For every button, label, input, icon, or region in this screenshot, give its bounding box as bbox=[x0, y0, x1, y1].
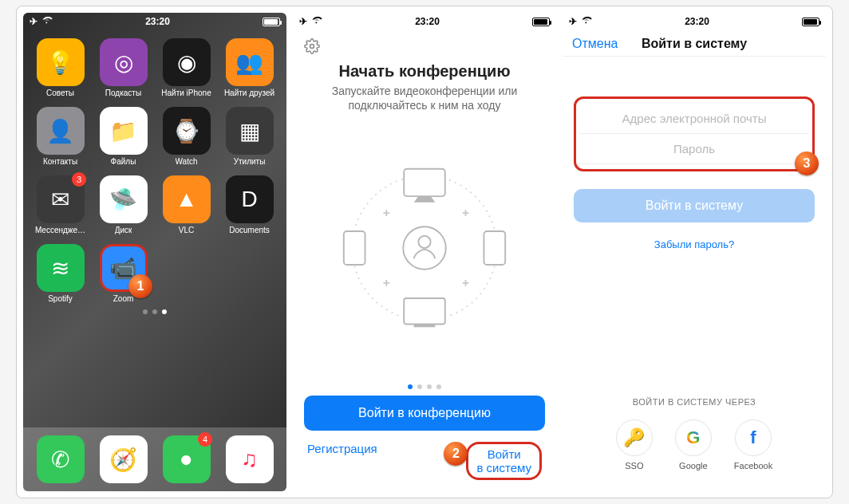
app-диск[interactable]: 🛸Диск bbox=[94, 175, 152, 234]
airplane-icon: ✈︎ bbox=[569, 16, 577, 27]
phone-zoom-login: ✈︎ 23:20 Отмена Войти в систему Адрес эл… bbox=[563, 13, 826, 491]
status-bar: ✈︎ 23:20 bbox=[293, 13, 556, 30]
app-утилиты[interactable]: ▦Утилиты bbox=[220, 107, 278, 166]
app-icon: ♫ bbox=[226, 435, 274, 483]
status-bar: ✈︎ 23:20 bbox=[563, 13, 826, 30]
app-label: Zoom bbox=[113, 294, 134, 303]
app-vlc[interactable]: ▲VLC bbox=[157, 175, 215, 234]
status-time: 23:20 bbox=[145, 16, 170, 27]
app-label: Утилиты bbox=[234, 157, 266, 166]
app-icon: ≋ bbox=[37, 244, 85, 292]
login-navbar: Отмена Войти в систему bbox=[563, 30, 826, 57]
phone-home-screen: ✈︎ 23:20 💡Советы◎Подкасты◉Найти iPhone👥Н… bbox=[23, 13, 286, 491]
app-контакты[interactable]: 👤Контакты bbox=[31, 107, 89, 166]
app-icon: ◎ bbox=[100, 38, 148, 86]
social-label: Google bbox=[679, 461, 707, 471]
app-label: VLC bbox=[179, 226, 194, 234]
social-login-google[interactable]: GGoogle bbox=[675, 419, 712, 471]
svg-rect-3 bbox=[404, 298, 445, 324]
airplane-icon: ✈︎ bbox=[30, 16, 38, 27]
phone-zoom-onboarding: ✈︎ 23:20 Начать конференцию Запускайте в… bbox=[293, 13, 556, 491]
social-login-facebook[interactable]: fFacebook bbox=[734, 419, 772, 471]
forgot-password-link[interactable]: Забыли пароль? bbox=[563, 238, 826, 250]
app-подкасты[interactable]: ◎Подкасты bbox=[94, 38, 152, 97]
status-time: 23:20 bbox=[685, 16, 709, 27]
app-icon: D bbox=[226, 175, 274, 223]
svg-rect-2 bbox=[404, 169, 445, 196]
onboarding-subtitle: Запускайте видеоконференции или подключа… bbox=[293, 81, 556, 119]
app-label: Контакты bbox=[43, 157, 77, 166]
app-icon: 🛸 bbox=[100, 175, 148, 223]
email-field[interactable]: Адрес электронной почты bbox=[579, 104, 809, 134]
social-label: SSO bbox=[625, 461, 643, 471]
login-via-label: ВОЙТИ В СИСТЕМУ ЧЕРЕЗ bbox=[563, 365, 826, 407]
social-label: Facebook bbox=[734, 461, 772, 471]
svg-rect-4 bbox=[414, 325, 436, 328]
dock-app-music[interactable]: ♫ bbox=[220, 435, 278, 483]
app-label: Найти друзей bbox=[224, 89, 274, 97]
settings-gear-icon[interactable] bbox=[304, 43, 320, 57]
svg-point-8 bbox=[418, 236, 430, 248]
register-link[interactable]: Регистрация bbox=[307, 442, 377, 481]
status-time: 23:20 bbox=[415, 16, 440, 27]
notification-badge: 4 bbox=[198, 432, 212, 447]
battery-icon bbox=[802, 18, 819, 26]
app-icon: ✆ bbox=[37, 435, 85, 483]
app-label: Documents bbox=[229, 226, 270, 234]
password-field[interactable]: Пароль bbox=[579, 134, 809, 164]
battery-icon bbox=[532, 18, 550, 26]
cancel-button[interactable]: Отмена bbox=[572, 37, 618, 51]
app-label: Мессендже… bbox=[35, 226, 85, 234]
signin-link[interactable]: Войти в систему bbox=[466, 442, 542, 481]
join-conference-button[interactable]: Войти в конференцию bbox=[304, 396, 545, 431]
dock-app-phone[interactable]: ✆ bbox=[31, 435, 89, 483]
dock-app-messages[interactable]: ●4 bbox=[157, 435, 215, 483]
app-label: Советы bbox=[46, 89, 74, 97]
app-label: Watch bbox=[176, 157, 198, 166]
app-documents[interactable]: DDocuments bbox=[220, 175, 278, 234]
app-spotify[interactable]: ≋Spotify bbox=[31, 244, 89, 303]
app-советы[interactable]: 💡Советы bbox=[31, 38, 89, 97]
app-icon: ⌚ bbox=[163, 107, 211, 155]
svg-rect-6 bbox=[484, 231, 505, 265]
page-indicator bbox=[23, 309, 286, 314]
app-watch[interactable]: ⌚Watch bbox=[157, 107, 215, 166]
home-app-grid: 💡Советы◎Подкасты◉Найти iPhone👥Найти друз… bbox=[23, 30, 286, 303]
dock-app-safari[interactable]: 🧭 bbox=[94, 435, 152, 483]
status-bar: ✈︎ 23:20 bbox=[23, 13, 286, 30]
app-icon: ▦ bbox=[226, 107, 274, 155]
step-badge-1: 1 bbox=[128, 274, 152, 298]
app-найти друзей[interactable]: 👥Найти друзей bbox=[220, 38, 278, 97]
step-badge-3: 3 bbox=[795, 152, 819, 175]
app-zoom[interactable]: 📹1Zoom bbox=[94, 244, 152, 303]
app-мессендже…[interactable]: ✉3Мессендже… bbox=[31, 175, 89, 234]
app-icon: ▲ bbox=[163, 175, 211, 223]
app-label: Диск bbox=[115, 226, 132, 234]
dock: ✆🧭●4♫ bbox=[23, 427, 286, 491]
app-label: Найти iPhone bbox=[161, 89, 211, 97]
app-icon: ◉ bbox=[163, 38, 211, 86]
social-login-sso[interactable]: 🔑SSO bbox=[616, 419, 653, 471]
sso-icon: 🔑 bbox=[616, 419, 653, 456]
app-label: Spotify bbox=[48, 294, 73, 303]
app-label: Файлы bbox=[111, 157, 136, 166]
wifi-icon bbox=[41, 16, 53, 27]
credentials-area: Адрес электронной почты Пароль 3 bbox=[574, 96, 815, 171]
notification-badge: 3 bbox=[72, 172, 86, 187]
social-login-row: 🔑SSOGGooglefFacebook bbox=[563, 407, 826, 491]
facebook-icon: f bbox=[735, 419, 772, 456]
app-icon: 👥 bbox=[226, 38, 274, 86]
svg-rect-5 bbox=[344, 231, 365, 265]
wifi-icon bbox=[311, 16, 322, 27]
app-файлы[interactable]: 📁Файлы bbox=[94, 107, 152, 166]
login-button[interactable]: Войти в систему bbox=[574, 189, 815, 222]
svg-point-0 bbox=[310, 45, 314, 49]
login-title: Войти в систему bbox=[642, 37, 747, 51]
google-icon: G bbox=[675, 419, 712, 456]
onboarding-title: Начать конференцию bbox=[293, 57, 556, 81]
app-найти iphone[interactable]: ◉Найти iPhone bbox=[157, 38, 215, 97]
app-icon: 📁 bbox=[100, 107, 148, 155]
app-icon: 💡 bbox=[37, 38, 85, 86]
onboarding-page-indicator bbox=[293, 384, 556, 389]
app-icon: 🧭 bbox=[100, 435, 148, 483]
